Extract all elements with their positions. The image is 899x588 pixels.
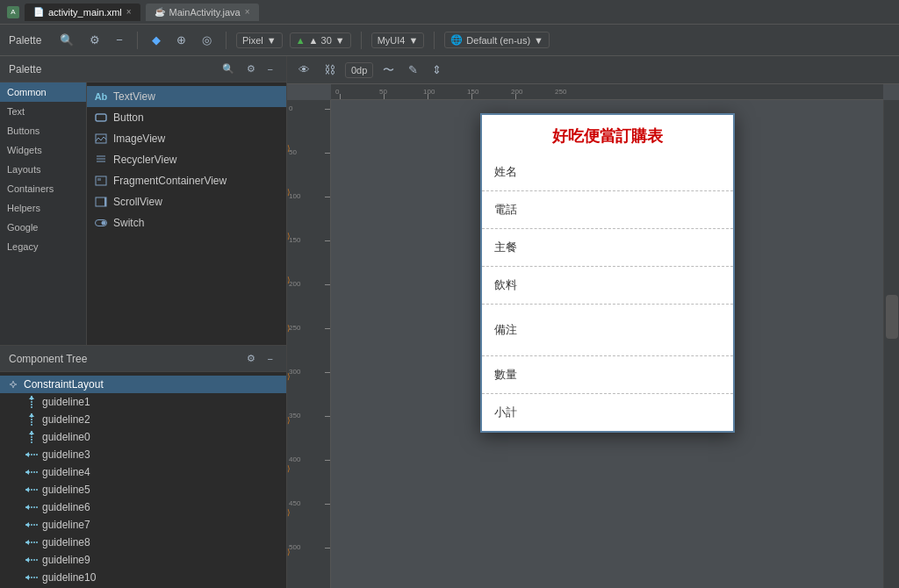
pixel-chevron: ▼ bbox=[267, 35, 277, 46]
tree-item-guideline8[interactable]: guideline8 bbox=[0, 534, 286, 551]
palette-item-scrollview[interactable]: ScrollView bbox=[87, 191, 286, 212]
minus-button[interactable]: − bbox=[111, 31, 127, 49]
ruler-line-h2 bbox=[384, 94, 385, 99]
ruler-line-v2 bbox=[325, 153, 330, 154]
tree-item-guideline5[interactable]: guideline5 bbox=[0, 481, 286, 498]
ruler-line-v6 bbox=[325, 328, 330, 329]
svg-marker-15 bbox=[29, 413, 34, 417]
tab-activity-main-xml[interactable]: 📄 activity_main.xml × bbox=[25, 4, 140, 21]
guideline-h-icon7 bbox=[25, 554, 38, 566]
sep3 bbox=[361, 32, 362, 49]
tab-main-activity-java[interactable]: ☕ MainActivity.java × bbox=[146, 4, 259, 21]
tree-item-guideline6[interactable]: guideline6 bbox=[0, 498, 286, 516]
component-tree-section: Component Tree ⚙ − ConstraintLayout bbox=[0, 346, 286, 588]
tree-item-guideline10[interactable]: guideline10 bbox=[0, 569, 286, 586]
palette-search-btn[interactable]: 🔍 bbox=[218, 61, 239, 77]
field-label-phone: 電話 bbox=[494, 203, 517, 216]
paint-button[interactable]: ◆ bbox=[147, 31, 165, 49]
guideline0-label: guideline0 bbox=[42, 431, 90, 443]
tab-close-xml[interactable]: × bbox=[126, 7, 132, 17]
tree-item-guideline9[interactable]: guideline9 bbox=[0, 551, 286, 569]
tree-content: ConstraintLayout guideline1 guidel bbox=[0, 372, 286, 588]
scrollview-icon bbox=[94, 195, 108, 209]
scrollbar-thumb[interactable] bbox=[886, 295, 898, 339]
palette-item-button[interactable]: Button bbox=[87, 107, 286, 128]
palette-title: Palette bbox=[9, 63, 41, 75]
field-label-note: 備注 bbox=[494, 323, 517, 336]
resize-btn[interactable]: ⇕ bbox=[428, 61, 446, 79]
ruler-v-400: 400 bbox=[289, 455, 300, 463]
palette-cat-widgets[interactable]: Widgets bbox=[0, 140, 86, 160]
tree-item-guideline7[interactable]: guideline7 bbox=[0, 516, 286, 534]
palette-cat-text[interactable]: Text bbox=[0, 102, 86, 121]
ruler-v-300: 300 bbox=[289, 368, 300, 376]
tree-item-constraintlayout[interactable]: ConstraintLayout bbox=[0, 376, 286, 393]
tree-gear-btn[interactable]: ⚙ bbox=[242, 350, 260, 367]
tree-item-guideline0[interactable]: guideline0 bbox=[0, 428, 286, 446]
ruler-h-100: 100 bbox=[423, 88, 435, 96]
ruler-line-v1 bbox=[325, 109, 330, 110]
palette-item-recyclerview[interactable]: RecyclerView bbox=[87, 149, 286, 170]
canvas-wrapper: 0 50 100 150 200 250 0 50 100 150 bbox=[287, 84, 899, 588]
cursor-button[interactable]: ⊕ bbox=[172, 31, 191, 49]
gear-button[interactable]: ⚙ bbox=[85, 31, 104, 49]
search-button[interactable]: 🔍 bbox=[55, 31, 78, 49]
palette-item-fragmentcontainerview[interactable]: FragmentContainerView bbox=[87, 170, 286, 191]
zoom-dropdown[interactable]: ▲ ▲ 30 ▼ bbox=[290, 32, 351, 48]
imageview-icon bbox=[94, 132, 108, 146]
form-field-phone[interactable]: 電話 bbox=[482, 191, 733, 229]
tree-item-guideline1[interactable]: guideline1 bbox=[0, 393, 286, 411]
palette-cat-common[interactable]: Common bbox=[0, 82, 86, 102]
myui-dropdown[interactable]: MyUI4 ▼ bbox=[371, 32, 425, 48]
canvas-inner[interactable]: 好吃便當訂購表 姓名 電話 主餐 飲料 備注 bbox=[331, 100, 883, 588]
title-bar: A 📄 activity_main.xml × ☕ MainActivity.j… bbox=[0, 0, 899, 25]
eye-btn[interactable]: 👁 bbox=[294, 61, 314, 79]
tree-item-guideline2[interactable]: guideline2 bbox=[0, 411, 286, 428]
tree-item-guideline3[interactable]: guideline3 bbox=[0, 446, 286, 463]
palette-cat-legacy[interactable]: Legacy bbox=[0, 237, 86, 256]
ruler-v-500: 500 bbox=[289, 543, 300, 551]
svg-marker-17 bbox=[29, 431, 34, 434]
palette-cat-google[interactable]: Google bbox=[0, 218, 86, 237]
switch-label: Switch bbox=[113, 217, 144, 229]
fragmentcontainerview-label: FragmentContainerView bbox=[113, 175, 227, 187]
field-label-quantity: 數量 bbox=[494, 368, 517, 381]
form-field-main-dish[interactable]: 主餐 bbox=[482, 229, 733, 267]
pixel-dropdown[interactable]: Pixel ▼ bbox=[236, 32, 283, 48]
form-field-note[interactable]: 備注 bbox=[482, 305, 733, 356]
target-button[interactable]: ◎ bbox=[198, 31, 216, 49]
link-btn[interactable]: ⛓ bbox=[320, 61, 340, 79]
guideline9-label: guideline9 bbox=[42, 554, 90, 566]
locale-dropdown[interactable]: 🌐 Default (en-us) ▼ bbox=[444, 32, 550, 48]
margin-label: 0dp bbox=[351, 65, 367, 75]
form-field-quantity[interactable]: 數量 bbox=[482, 356, 733, 394]
ruler-line-v4 bbox=[325, 240, 330, 241]
palette-close-btn[interactable]: − bbox=[263, 61, 277, 77]
palette-cat-layouts[interactable]: Layouts bbox=[0, 160, 86, 179]
svg-marker-31 bbox=[25, 557, 29, 563]
palette-item-imageview[interactable]: ImageView bbox=[87, 128, 286, 149]
svg-marker-27 bbox=[25, 522, 29, 527]
pen-btn[interactable]: ✎ bbox=[404, 61, 422, 79]
tree-minus-btn[interactable]: − bbox=[263, 350, 277, 367]
palette-item-textview[interactable]: Ab TextView bbox=[87, 86, 286, 107]
form-field-name[interactable]: 姓名 bbox=[482, 154, 733, 191]
margin-dropdown[interactable]: 0dp bbox=[345, 62, 373, 78]
palette-gear-btn[interactable]: ⚙ bbox=[242, 61, 260, 77]
palette-cat-containers[interactable]: Containers bbox=[0, 179, 86, 198]
tree-item-guideline4[interactable]: guideline4 bbox=[0, 463, 286, 481]
form-field-drink[interactable]: 飲料 bbox=[482, 267, 733, 305]
svg-marker-25 bbox=[25, 505, 29, 510]
svg-marker-29 bbox=[25, 540, 29, 545]
wave-btn[interactable]: 〜 bbox=[378, 60, 399, 81]
palette-cat-helpers[interactable]: Helpers bbox=[0, 198, 86, 218]
device-frame[interactable]: 好吃便當訂購表 姓名 電話 主餐 飲料 備注 bbox=[480, 113, 735, 433]
tab-close-java[interactable]: × bbox=[245, 7, 250, 17]
palette-cat-buttons[interactable]: Buttons bbox=[0, 121, 86, 140]
guideline1-label: guideline1 bbox=[42, 396, 90, 408]
ruler-v-150: 150 bbox=[289, 236, 300, 244]
left-panel: Palette 🔍 ⚙ − Common Text Buttons Widget… bbox=[0, 56, 287, 588]
palette-item-switch[interactable]: Switch bbox=[87, 212, 286, 233]
form-field-subtotal[interactable]: 小計 bbox=[482, 394, 733, 431]
right-scrollbar[interactable] bbox=[883, 100, 899, 588]
